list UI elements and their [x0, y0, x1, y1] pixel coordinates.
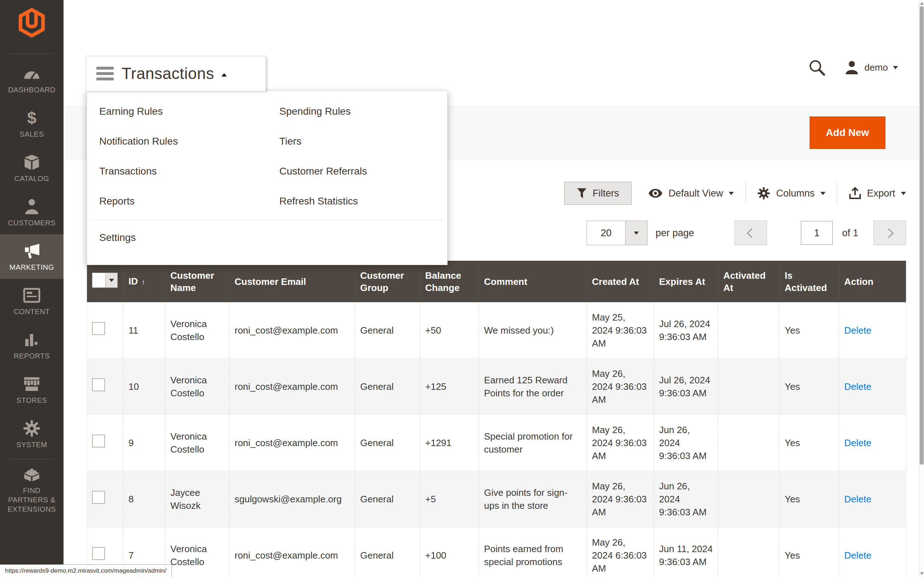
cell-action: Delete [839, 302, 906, 358]
column-header-customer-name[interactable]: Customer Name [165, 261, 229, 302]
select-all-dropdown[interactable] [105, 273, 117, 287]
page-number-input[interactable] [801, 221, 833, 245]
sidebar-item-content[interactable]: CONTENT [0, 279, 63, 323]
search-icon[interactable] [808, 59, 825, 76]
per-page-dropdown [625, 221, 647, 245]
menu-item-refresh-statistics[interactable]: Refresh Statistics [267, 186, 447, 216]
select-all-control[interactable] [92, 272, 118, 288]
menu-item-notification-rules[interactable]: Notification Rules [87, 126, 267, 156]
column-header-is-activated[interactable]: Is Activated [780, 261, 839, 302]
cell-created: May 25, 2024 9:36:03 AM [587, 302, 654, 358]
column-header-balance-change[interactable]: Balance Change [420, 261, 479, 302]
row-checkbox[interactable] [92, 491, 105, 504]
chevron-down-icon [821, 192, 825, 195]
column-header-activated-at[interactable]: Activated At [718, 261, 780, 302]
columns-label: Columns [776, 188, 815, 199]
table-row: 9Veronica Costelloroni_cost@example.comG… [87, 415, 906, 471]
menu-item-earning-rules[interactable]: Earning Rules [87, 96, 267, 126]
sidebar-item-customers[interactable]: CUSTOMERS [0, 190, 63, 234]
sidebar-item-dashboard[interactable]: DASHBOARD [0, 57, 63, 102]
chevron-right-icon [884, 228, 894, 238]
cell-value: +125 [425, 381, 446, 392]
sidebar-item-find-partners-extensions[interactable]: FIND PARTNERS & EXTENSIONS [0, 462, 63, 516]
sidebar-item-system[interactable]: SYSTEM [0, 412, 63, 456]
cell-activated_at [718, 527, 780, 577]
sidebar-item-label: FIND PARTNERS & EXTENSIONS [3, 486, 61, 514]
cell-activated_at [718, 471, 780, 527]
column-header-label: Is Activated [785, 270, 827, 293]
column-header-customer-email[interactable]: Customer Email [229, 261, 355, 302]
menu-item-reports[interactable]: Reports [87, 186, 267, 216]
menu-column-left: Earning RulesNotification RulesTransacti… [87, 96, 267, 216]
export-button[interactable]: Export [849, 187, 906, 200]
sidebar-item-label: MARKETING [10, 263, 54, 272]
table-row: 8Jaycee Wisozksgulgowski@example.orgGene… [87, 471, 906, 527]
row-checkbox[interactable] [92, 378, 105, 391]
scrollbar-thumb[interactable] [920, 6, 924, 464]
sidebar-item-catalog[interactable]: CATALOG [0, 146, 63, 190]
cell-value: roni_cost@example.com [234, 325, 338, 336]
vertical-scrollbar[interactable] [919, 0, 924, 577]
cell-comment: Earned 125 Reward Points for the order [479, 358, 587, 415]
select-all-checkbox[interactable] [92, 273, 105, 287]
select-all-header-cell [87, 261, 123, 302]
menu-item-tiers[interactable]: Tiers [267, 126, 447, 156]
column-header-expires-at[interactable]: Expires At [654, 261, 718, 302]
reports-icon [24, 330, 40, 349]
row-checkbox[interactable] [92, 547, 105, 560]
sales-icon: $ [27, 108, 36, 127]
column-header-comment[interactable]: Comment [479, 261, 587, 302]
add-new-button[interactable]: Add New [809, 116, 885, 149]
cell-value: Veronica Costello [170, 318, 207, 342]
row-checkbox[interactable] [92, 435, 105, 448]
columns-button[interactable]: Columns [757, 187, 825, 200]
previous-page-button[interactable] [735, 221, 767, 245]
delete-link[interactable]: Delete [844, 325, 871, 336]
magento-logo-icon[interactable] [18, 8, 45, 37]
filters-button[interactable]: Filters [564, 182, 632, 205]
column-header-label: Customer Email [234, 276, 306, 287]
page-title: Transactions [122, 64, 214, 82]
column-header-id[interactable]: ID↑ [123, 261, 165, 302]
cell-value: May 26, 2024 9:36:03 AM [592, 481, 647, 517]
menu-item-customer-referrals[interactable]: Customer Referrals [267, 156, 447, 186]
cell-action: Delete [839, 358, 906, 415]
cell-checkbox [87, 415, 123, 471]
sidebar-nav: DASHBOARD$SALESCATALOGCUSTOMERSMARKETING… [0, 57, 63, 516]
cell-comment: Points earned from special promotions [479, 527, 587, 577]
cell-created: May 26, 2024 9:36:03 AM [587, 471, 654, 527]
column-header-customer-group[interactable]: Customer Group [355, 261, 420, 302]
cell-value: May 26, 2024 9:36:03 AM [592, 424, 647, 461]
delete-link[interactable]: Delete [844, 381, 871, 392]
menu-item-settings[interactable]: Settings [87, 223, 136, 253]
sidebar-item-stores[interactable]: STORES [0, 367, 63, 412]
user-menu[interactable]: demo [844, 60, 898, 75]
column-header-action[interactable]: Action [839, 261, 906, 302]
next-page-button[interactable] [874, 221, 906, 245]
cell-value: Yes [785, 550, 800, 561]
per-page-select[interactable]: 20 [586, 221, 648, 245]
scroll-up-arrow-icon[interactable] [920, 2, 924, 5]
table-body: 11Veronica Costelloroni_cost@example.com… [87, 302, 906, 577]
view-switcher[interactable]: Default View [648, 188, 734, 199]
scroll-down-arrow-icon[interactable] [920, 572, 924, 575]
cell-value: Jun 11, 2024 9:36:03 AM [659, 543, 712, 567]
sidebar-item-sales[interactable]: $SALES [0, 102, 63, 146]
delete-link[interactable]: Delete [844, 550, 871, 561]
transactions-menu-trigger[interactable]: Transactions [86, 56, 266, 91]
menu-item-transactions[interactable]: Transactions [87, 156, 267, 186]
cell-group: General [355, 415, 420, 471]
row-checkbox[interactable] [92, 322, 105, 335]
column-header-created-at[interactable]: Created At [587, 261, 654, 302]
cell-id: 11 [123, 302, 165, 358]
stores-icon [23, 375, 41, 393]
delete-link[interactable]: Delete [844, 494, 871, 504]
cell-activated_at [718, 415, 780, 471]
cell-activated_at [718, 302, 780, 358]
sidebar-item-marketing[interactable]: MARKETING [0, 234, 63, 279]
sidebar-item-label: SALES [20, 129, 44, 139]
delete-link[interactable]: Delete [844, 437, 871, 448]
sidebar-item-reports[interactable]: REPORTS [0, 323, 63, 367]
per-page-label: per page [656, 227, 694, 239]
menu-item-spending-rules[interactable]: Spending Rules [267, 96, 447, 126]
